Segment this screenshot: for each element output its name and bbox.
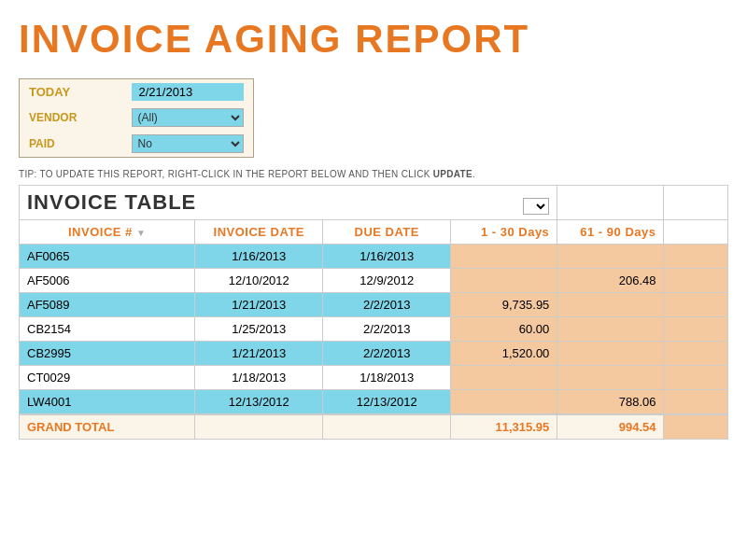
cell-invoice: AF5006 [20,269,195,293]
invoice-rows: AF0065 1/16/2013 1/16/2013 AF5006 12/10/… [20,245,728,415]
cell-invoice-date: 1/18/2013 [195,366,323,390]
col-header-61-90: 61 - 90 Days [557,220,664,245]
paid-dropdown-cell: No [122,131,254,158]
cell-extra [664,245,728,269]
grand-total-label: GRAND TOTAL [20,414,195,440]
page-title: INVOICE AGING REPORT [19,17,728,62]
cell-1-30 [451,269,557,293]
section-dropdown[interactable] [523,198,549,215]
paid-label: PAID [20,131,122,158]
grand-total-extra [664,414,728,440]
cell-due-date: 1/16/2013 [323,245,451,269]
col-header-invoice: INVOICE # ▼ [20,220,195,245]
invoice-main-table: INVOICE TABLE INVOICE # ▼ INVOICE DATE D… [19,185,728,440]
cell-invoice-date: 1/21/2013 [195,342,323,366]
table-row: CT0029 1/18/2013 1/18/2013 [20,366,728,390]
cell-1-30: 60.00 [451,317,557,342]
vendor-dropdown[interactable]: (All) [132,108,244,127]
cell-invoice: CB2154 [20,317,195,342]
cell-extra [664,366,728,390]
section-spacer-3 [664,186,728,220]
cell-extra [664,390,728,415]
cell-invoice: AF5089 [20,293,195,317]
cell-due-date: 2/2/2013 [323,293,451,317]
tip-text: TIP: TO UPDATE THIS REPORT, RIGHT-CLICK … [19,169,728,179]
cell-due-date: 2/2/2013 [323,317,451,342]
table-row: CB2995 1/21/2013 2/2/2013 1,520.00 [20,342,728,366]
table-row: CB2154 1/25/2013 2/2/2013 60.00 [20,317,728,342]
cell-1-30: 9,735.95 [451,293,557,317]
cell-extra [664,342,728,366]
cell-due-date: 2/2/2013 [323,342,451,366]
cell-1-30 [451,245,557,269]
section-spacer-2 [557,186,664,220]
cell-due-date: 12/13/2012 [323,390,451,415]
cell-invoice: CT0029 [20,366,195,390]
cell-61-90 [557,293,664,317]
col-header-due-date: DUE DATE [323,220,451,245]
today-label: TODAY [20,79,122,105]
cell-due-date: 1/18/2013 [323,366,451,390]
col-header-extra [664,220,728,245]
section-dropdown-cell [451,186,557,220]
grand-total-spacer1 [195,414,323,440]
cell-extra [664,293,728,317]
grand-total-61-90: 994.54 [557,414,664,440]
cell-invoice: AF0065 [20,245,195,269]
cell-extra [664,269,728,293]
table-row: AF5089 1/21/2013 2/2/2013 9,735.95 [20,293,728,317]
cell-1-30: 1,520.00 [451,342,557,366]
cell-invoice: CB2995 [20,342,195,366]
table-row: AF0065 1/16/2013 1/16/2013 [20,245,728,269]
cell-61-90: 788.06 [557,390,664,415]
table-row: AF5006 12/10/2012 12/9/2012 206.48 [20,269,728,293]
cell-invoice-date: 1/25/2013 [195,317,323,342]
cell-61-90 [557,366,664,390]
grand-total-row: GRAND TOTAL 11,315.95 994.54 [20,414,728,440]
col-header-1-30: 1 - 30 Days [451,220,557,245]
cell-extra [664,317,728,342]
section-title: INVOICE TABLE [27,185,196,216]
cell-61-90: 206.48 [557,269,664,293]
paid-dropdown[interactable]: No [132,134,244,153]
column-header-row: INVOICE # ▼ INVOICE DATE DUE DATE 1 - 30… [20,220,728,245]
cell-1-30 [451,366,557,390]
cell-61-90 [557,342,664,366]
col-header-invoice-date: INVOICE DATE [195,220,323,245]
cell-invoice-date: 1/16/2013 [195,245,323,269]
cell-61-90 [557,317,664,342]
section-title-row: INVOICE TABLE [20,186,728,220]
section-spacer-1 [323,186,451,220]
vendor-label: VENDOR [20,105,122,131]
grand-total-spacer2 [323,414,451,440]
grand-total-1-30: 11,315.95 [451,414,557,440]
vendor-dropdown-cell: (All) [122,105,254,131]
cell-invoice-date: 12/13/2012 [195,390,323,415]
filter-table: TODAY 2/21/2013 VENDOR (All) PAID No [19,78,254,158]
table-row: LW4001 12/13/2012 12/13/2012 788.06 [20,390,728,415]
cell-61-90 [557,245,664,269]
cell-due-date: 12/9/2012 [323,269,451,293]
cell-invoice: LW4001 [20,390,195,415]
cell-invoice-date: 1/21/2013 [195,293,323,317]
today-value: 2/21/2013 [122,79,254,105]
cell-invoice-date: 12/10/2012 [195,269,323,293]
cell-1-30 [451,390,557,415]
